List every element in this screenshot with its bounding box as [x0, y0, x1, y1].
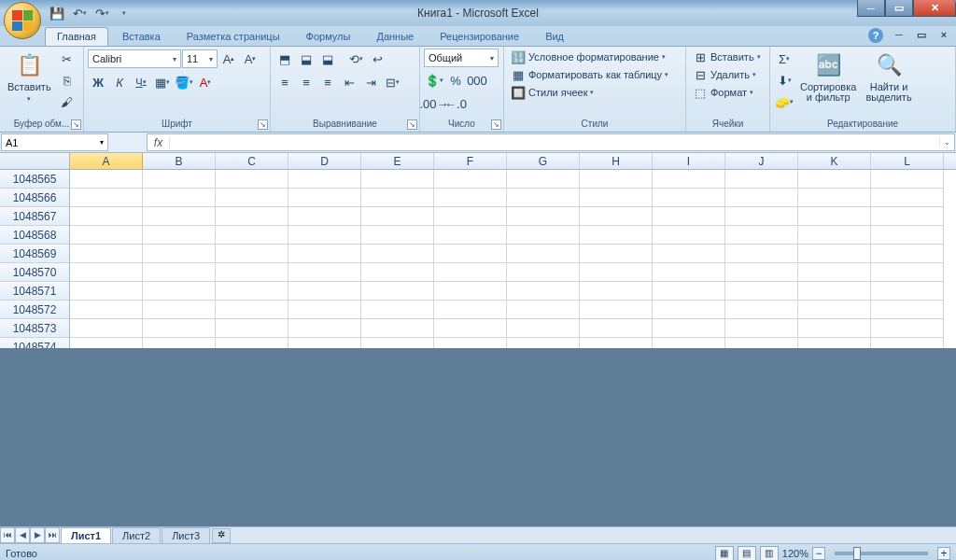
- cell[interactable]: [434, 319, 507, 338]
- cell[interactable]: [798, 319, 871, 338]
- cell[interactable]: [361, 189, 434, 207]
- comma-icon[interactable]: 000: [467, 70, 487, 91]
- cell[interactable]: [216, 207, 288, 226]
- cell[interactable]: [434, 207, 507, 226]
- cell[interactable]: [288, 189, 361, 207]
- cell[interactable]: [288, 263, 361, 282]
- cell[interactable]: [216, 189, 288, 207]
- cell[interactable]: [434, 282, 507, 301]
- row-header[interactable]: 1048573: [0, 319, 70, 338]
- column-header[interactable]: A: [70, 153, 143, 169]
- cell[interactable]: [288, 282, 361, 301]
- cell[interactable]: [871, 189, 944, 207]
- tab-data[interactable]: Данные: [364, 27, 426, 46]
- zoom-in-button[interactable]: +: [937, 547, 950, 560]
- cell[interactable]: [725, 338, 798, 348]
- decrease-indent-icon[interactable]: ⇤: [339, 72, 359, 92]
- cell[interactable]: [434, 263, 507, 282]
- cell[interactable]: [798, 189, 871, 207]
- cell[interactable]: [798, 338, 871, 348]
- borders-icon[interactable]: ▦▾: [152, 72, 173, 92]
- cell[interactable]: [798, 245, 871, 263]
- cell[interactable]: [507, 282, 580, 301]
- cell[interactable]: [725, 226, 798, 245]
- tab-insert[interactable]: Вставка: [110, 27, 173, 46]
- cell[interactable]: [288, 170, 361, 189]
- cell[interactable]: [143, 301, 216, 319]
- cell[interactable]: [507, 338, 580, 348]
- sheet-nav-next[interactable]: ▶: [30, 527, 45, 543]
- cell[interactable]: [798, 207, 871, 226]
- cell[interactable]: [580, 207, 653, 226]
- column-header[interactable]: B: [143, 153, 216, 169]
- cell[interactable]: [70, 170, 143, 189]
- column-header[interactable]: E: [361, 153, 434, 169]
- sheet-nav-prev[interactable]: ◀: [15, 527, 30, 543]
- cell[interactable]: [580, 319, 653, 338]
- maximize-button[interactable]: ▭: [885, 0, 913, 17]
- row-header[interactable]: 1048568: [0, 226, 70, 245]
- sort-filter-button[interactable]: 🔤 Сортировка и фильтр: [796, 49, 860, 105]
- cell[interactable]: [871, 282, 944, 301]
- column-header[interactable]: L: [871, 153, 944, 169]
- cell[interactable]: [725, 282, 798, 301]
- row-header[interactable]: 1048565: [0, 170, 70, 189]
- cell[interactable]: [653, 301, 725, 319]
- cell[interactable]: [871, 245, 944, 263]
- cell[interactable]: [580, 301, 653, 319]
- currency-icon[interactable]: 💲▾: [424, 70, 444, 91]
- cell[interactable]: [216, 338, 288, 348]
- tab-home[interactable]: Главная: [45, 27, 108, 46]
- qat-customize-icon[interactable]: ▾: [116, 5, 133, 21]
- cell[interactable]: [580, 338, 653, 348]
- cell[interactable]: [361, 226, 434, 245]
- zoom-out-button[interactable]: −: [812, 547, 825, 560]
- cell[interactable]: [288, 301, 361, 319]
- cell[interactable]: [143, 189, 216, 207]
- doc-restore-button[interactable]: ▭: [915, 29, 928, 42]
- italic-button[interactable]: К: [109, 72, 130, 92]
- copy-icon[interactable]: ⎘: [57, 70, 77, 91]
- alignment-launcher[interactable]: ↘: [407, 119, 417, 130]
- redo-icon[interactable]: ↷▾: [93, 5, 110, 21]
- cell[interactable]: [725, 207, 798, 226]
- cell[interactable]: [653, 189, 725, 207]
- cell[interactable]: [70, 338, 143, 348]
- cell[interactable]: [871, 301, 944, 319]
- cell[interactable]: [216, 319, 288, 338]
- cell[interactable]: [653, 170, 725, 189]
- view-pagebreak-icon[interactable]: ▥: [760, 546, 779, 561]
- row-header[interactable]: 1048572: [0, 301, 70, 319]
- cell[interactable]: [143, 263, 216, 282]
- doc-close-button[interactable]: ×: [937, 29, 950, 42]
- cell[interactable]: [70, 226, 143, 245]
- cell[interactable]: [361, 170, 434, 189]
- cell[interactable]: [507, 301, 580, 319]
- font-name-combo[interactable]: Calibri▾: [88, 49, 181, 68]
- autosum-icon[interactable]: Σ▾: [774, 49, 794, 69]
- fill-icon[interactable]: ⬇▾: [774, 70, 794, 91]
- cell[interactable]: [653, 263, 725, 282]
- font-launcher[interactable]: ↘: [258, 119, 268, 130]
- column-header[interactable]: I: [653, 153, 725, 169]
- cell[interactable]: [653, 319, 725, 338]
- cell[interactable]: [580, 189, 653, 207]
- row-header[interactable]: 1048571: [0, 282, 70, 301]
- expand-formula-bar-icon[interactable]: ⌄: [939, 138, 954, 147]
- zoom-thumb[interactable]: [853, 547, 861, 560]
- cell[interactable]: [798, 263, 871, 282]
- cell[interactable]: [70, 301, 143, 319]
- zoom-level[interactable]: 120%: [782, 548, 808, 559]
- cell[interactable]: [871, 226, 944, 245]
- cell[interactable]: [871, 319, 944, 338]
- cell[interactable]: [216, 245, 288, 263]
- cell[interactable]: [434, 338, 507, 348]
- number-format-combo[interactable]: Общий▾: [424, 49, 499, 67]
- conditional-formatting-button[interactable]: 🔢Условное форматирование▾: [508, 49, 668, 65]
- cell[interactable]: [143, 226, 216, 245]
- office-button[interactable]: [4, 2, 41, 39]
- cell[interactable]: [143, 170, 216, 189]
- zoom-slider[interactable]: [835, 552, 928, 555]
- cell[interactable]: [725, 319, 798, 338]
- row-header[interactable]: 1048566: [0, 189, 70, 207]
